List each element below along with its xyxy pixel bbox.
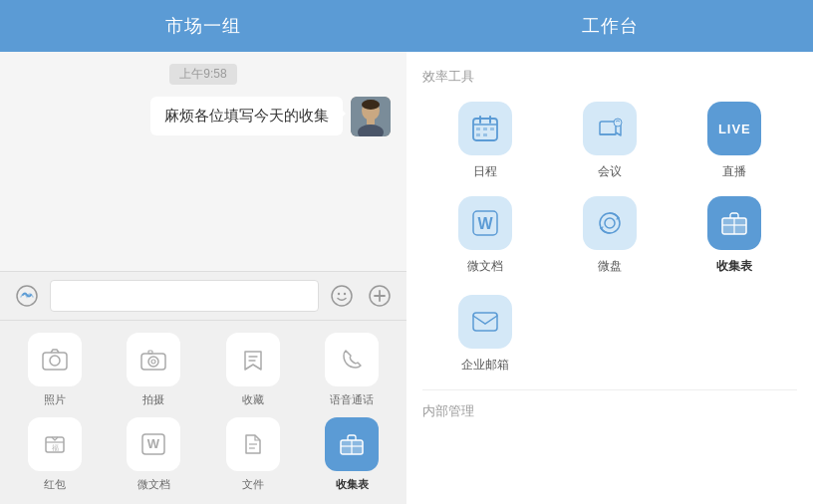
section1-title: 效率工具 bbox=[422, 68, 797, 86]
app-formtable[interactable]: 收集表 bbox=[673, 196, 797, 275]
tool-collect-label: 收藏 bbox=[242, 392, 264, 407]
app-wdoc[interactable]: W 微文档 bbox=[422, 196, 547, 275]
live-icon: LIVE bbox=[707, 102, 761, 155]
file-icon bbox=[226, 417, 280, 471]
tool-camera[interactable]: 拍摄 bbox=[110, 333, 199, 407]
wdoc-right-icon: W bbox=[458, 196, 512, 250]
app-email-label: 企业邮箱 bbox=[461, 357, 509, 374]
app-meeting[interactable]: 会议 bbox=[547, 102, 672, 180]
form-icon bbox=[325, 417, 379, 471]
camera-icon bbox=[127, 333, 180, 386]
svg-rect-32 bbox=[476, 127, 480, 130]
tool-wdoc[interactable]: W 微文档 bbox=[110, 417, 199, 492]
app-email[interactable]: 企业邮箱 bbox=[422, 295, 547, 374]
svg-point-37 bbox=[614, 119, 622, 126]
tool-file[interactable]: 文件 bbox=[208, 417, 298, 492]
svg-point-15 bbox=[148, 357, 158, 367]
tool-voice-label: 语音通话 bbox=[330, 392, 374, 407]
left-panel: 市场一组 上午9:58 麻烦各位填写今天的收集 bbox=[0, 0, 406, 504]
app-wdoc-label: 微文档 bbox=[467, 258, 503, 275]
app-live-label: 直播 bbox=[722, 163, 746, 180]
tool-collect[interactable]: 收藏 bbox=[208, 333, 298, 407]
emoji-button[interactable] bbox=[327, 281, 357, 311]
formtable-icon bbox=[707, 196, 761, 250]
svg-rect-34 bbox=[490, 127, 494, 130]
tool-photo-label: 照片 bbox=[44, 392, 66, 407]
tool-voice-call[interactable]: 语音通话 bbox=[308, 333, 398, 407]
svg-rect-4 bbox=[367, 119, 375, 125]
svg-rect-35 bbox=[476, 133, 480, 136]
svg-point-13 bbox=[50, 356, 60, 366]
email-row: 企业邮箱 bbox=[422, 295, 797, 374]
tool-wdoc-label: 微文档 bbox=[137, 477, 170, 492]
timestamp: 上午9:58 bbox=[169, 64, 236, 85]
section-divider bbox=[422, 389, 797, 390]
avatar bbox=[351, 97, 391, 136]
svg-point-2 bbox=[362, 100, 380, 110]
toolbar-area: 照片 拍摄 收藏 bbox=[0, 320, 406, 504]
chat-area: 上午9:58 麻烦各位填写今天的收集 bbox=[0, 52, 406, 271]
chat-text-input[interactable] bbox=[50, 280, 319, 312]
left-header: 市场一组 bbox=[0, 0, 406, 52]
app-meeting-label: 会议 bbox=[598, 163, 622, 180]
message-row: 麻烦各位填写今天的收集 bbox=[16, 97, 391, 136]
app-schedule[interactable]: 日程 bbox=[422, 102, 547, 180]
tool-photo[interactable]: 照片 bbox=[10, 333, 100, 407]
app-live[interactable]: LIVE 直播 bbox=[673, 102, 797, 180]
tool-hongbao[interactable]: 福 红包 bbox=[10, 417, 100, 492]
app-formtable-label: 收集表 bbox=[716, 258, 752, 275]
wdoc-icon: W bbox=[127, 417, 180, 471]
app-schedule-label: 日程 bbox=[473, 163, 497, 180]
hongbao-icon: 福 bbox=[28, 417, 82, 471]
svg-text:W: W bbox=[477, 215, 493, 232]
collect-icon bbox=[226, 333, 280, 386]
email-icon bbox=[458, 295, 512, 349]
svg-text:福: 福 bbox=[51, 444, 58, 451]
svg-point-16 bbox=[151, 360, 155, 364]
right-content: 效率工具 日程 bbox=[406, 52, 813, 504]
input-area bbox=[0, 271, 406, 320]
svg-rect-46 bbox=[473, 313, 497, 331]
apps-grid: 日程 会议 LIVE bbox=[422, 102, 797, 275]
svg-rect-36 bbox=[483, 133, 487, 136]
tool-form-label: 收集表 bbox=[336, 477, 369, 492]
svg-point-6 bbox=[332, 286, 352, 306]
meeting-icon bbox=[583, 102, 637, 155]
svg-point-7 bbox=[338, 293, 340, 295]
app-wdisk[interactable]: 微盘 bbox=[547, 196, 672, 275]
photo-icon bbox=[28, 333, 82, 386]
svg-text:W: W bbox=[147, 436, 160, 451]
app-wdisk-label: 微盘 bbox=[598, 258, 622, 275]
svg-rect-17 bbox=[148, 351, 152, 354]
svg-point-8 bbox=[344, 293, 346, 295]
tool-form[interactable]: 收集表 bbox=[308, 417, 398, 492]
tool-file-label: 文件 bbox=[242, 477, 264, 492]
right-panel: 工作台 效率工具 bbox=[406, 0, 813, 504]
add-button[interactable] bbox=[365, 281, 395, 311]
tool-camera-label: 拍摄 bbox=[142, 392, 164, 407]
section2-title: 内部管理 bbox=[422, 402, 797, 420]
message-bubble: 麻烦各位填写今天的收集 bbox=[150, 97, 343, 135]
svg-rect-33 bbox=[483, 127, 487, 130]
schedule-icon bbox=[458, 102, 512, 155]
svg-point-41 bbox=[605, 218, 615, 228]
tool-hongbao-label: 红包 bbox=[44, 477, 66, 492]
phone-icon bbox=[325, 333, 379, 386]
voice-button[interactable] bbox=[12, 281, 42, 311]
wdisk-icon bbox=[583, 196, 637, 250]
right-header: 工作台 bbox=[406, 0, 813, 52]
